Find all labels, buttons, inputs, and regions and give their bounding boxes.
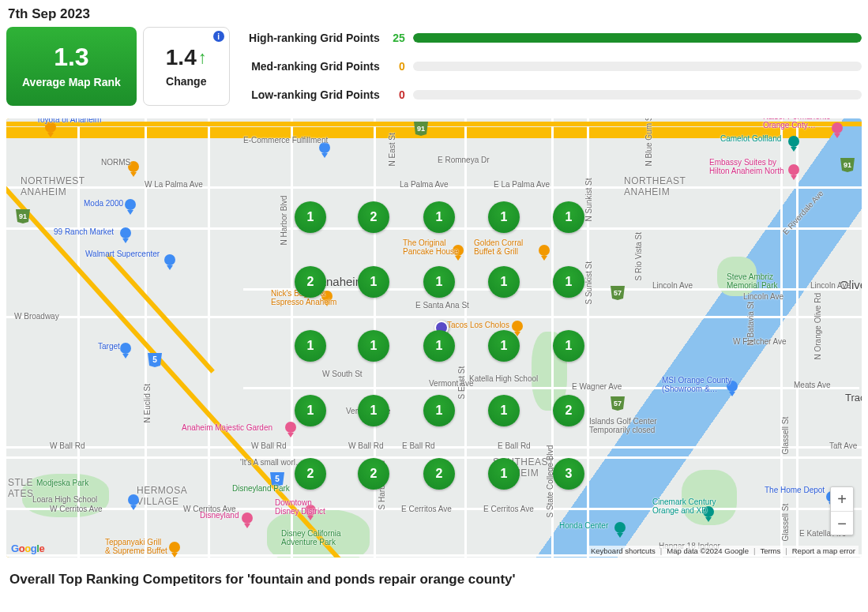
grid-node[interactable]: 1 [488,458,520,490]
grid-node[interactable]: 1 [358,395,389,426]
zoom-in-button[interactable]: + [831,487,853,511]
rank-bars: High-ranking Grid Points 25 Med-ranking … [236,27,862,106]
grid-node[interactable]: 1 [488,395,520,426]
arrow-up-icon: ↑ [198,47,207,68]
info-icon[interactable]: i [213,31,224,42]
grid-node[interactable]: 3 [553,458,584,490]
grid-node[interactable]: 1 [488,330,520,362]
grid-node[interactable]: 1 [423,201,455,233]
high-rank-bar: High-ranking Grid Points 25 [236,32,862,44]
grid-node[interactable]: 1 [295,395,326,426]
grid-node[interactable]: 1 [423,330,455,362]
grid-node[interactable]: 1 [553,201,584,233]
grid-node[interactable]: 1 [488,201,520,233]
stats-row: 1.3 Average Map Rank i 1.4 ↑ Change High… [6,27,862,106]
map[interactable]: 5 5 57 57 91 91 91 NORTHWEST ANAHEIM NOR… [6,118,862,558]
grid-node[interactable]: 2 [358,201,389,233]
terms-link[interactable]: Terms [753,546,780,555]
map-data: Map data ©2024 Google [660,546,749,555]
change-value: 1.4 ↑ [166,45,207,70]
grid-node[interactable]: 2 [358,458,389,490]
zoom-control: + − [830,486,854,535]
grid-node[interactable]: 1 [423,395,455,426]
change-label: Change [166,75,206,88]
grid-node[interactable]: 1 [358,266,389,298]
grid-node[interactable]: 1 [553,330,584,362]
grid-node[interactable]: 2 [423,458,455,490]
high-fill [413,33,862,43]
change-card: i 1.4 ↑ Change [143,27,230,106]
grid-node[interactable]: 1 [358,330,389,362]
avg-rank-label: Average Map Rank [22,76,121,88]
grid-node[interactable]: 1 [423,266,455,298]
grid-node[interactable]: 1 [295,201,326,233]
zoom-out-button[interactable]: − [831,511,853,535]
avg-rank-card: 1.3 Average Map Rank [6,27,137,106]
rank-grid: 1211121111111111111222213 [6,118,862,558]
map-attribution: Keyboard shortcuts Map data ©2024 Google… [588,546,859,556]
grid-node[interactable]: 1 [553,266,584,298]
keyboard-shortcuts-link[interactable]: Keyboard shortcuts [591,546,656,555]
grid-node[interactable]: 1 [295,330,326,362]
report-date: 7th Sep 2023 [8,6,862,22]
med-rank-bar: Med-ranking Grid Points 0 [236,60,862,73]
grid-node[interactable]: 2 [295,266,326,298]
low-rank-bar: Low-ranking Grid Points 0 [236,88,862,101]
grid-node[interactable]: 2 [553,395,584,426]
report-error-link[interactable]: Report a map error [785,546,855,555]
avg-rank-value: 1.3 [54,44,88,69]
competitors-heading: Overall Top Ranking Competitors for 'fou… [9,572,862,588]
grid-node[interactable]: 2 [295,458,326,490]
google-logo: Google [11,543,44,554]
grid-node[interactable]: 1 [488,266,520,298]
